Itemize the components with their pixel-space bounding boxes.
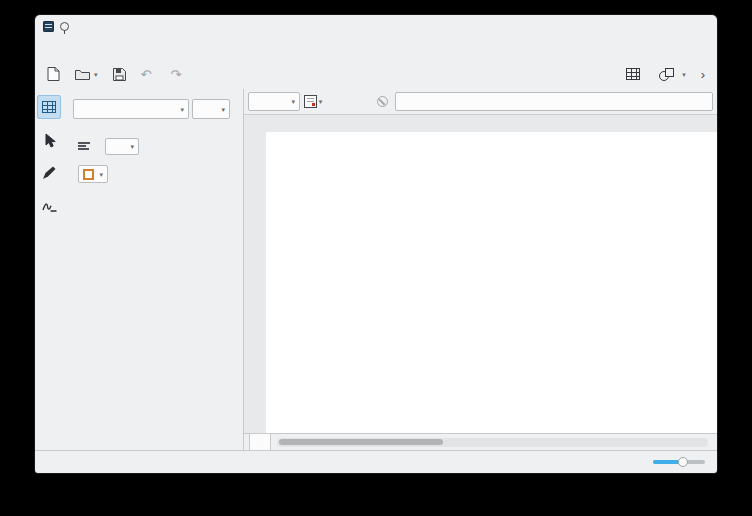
zoom-slider[interactable] — [653, 460, 705, 464]
apply-button[interactable] — [349, 92, 369, 111]
open-folder-icon — [75, 68, 90, 81]
zoom-slider-handle[interactable] — [678, 457, 688, 467]
sheet-tab-bar — [244, 433, 717, 450]
save-icon — [113, 68, 126, 81]
border-color-button[interactable]: ▾ — [78, 165, 108, 183]
chevron-down-icon: ▾ — [319, 98, 323, 105]
redo-button[interactable]: ↷ — [164, 63, 191, 85]
titlebar-icons — [43, 21, 69, 32]
toolbar-overflow-button[interactable]: › — [695, 63, 711, 85]
grid-wrap — [244, 132, 717, 433]
undo-icon: ↶ — [141, 68, 152, 81]
chevron-right-icon: › — [701, 68, 705, 81]
freehand-tool-button[interactable] — [37, 194, 61, 218]
insert-function-button[interactable] — [326, 92, 346, 111]
borders-row: ▾ — [73, 165, 233, 183]
open-document-button[interactable]: ▾ — [69, 63, 104, 85]
cancel-button[interactable] — [372, 92, 392, 111]
chevron-down-icon: ▾ — [99, 171, 103, 178]
cell-tool-button[interactable] — [37, 95, 61, 119]
font-family-select[interactable]: ▾ — [73, 99, 189, 119]
add-shape-button[interactable]: ▾ — [653, 63, 692, 85]
grid[interactable] — [266, 132, 717, 433]
font-row: ▾ ▾ — [73, 99, 233, 119]
undo-button[interactable]: ↶ — [135, 63, 162, 85]
angle-spinbox[interactable]: ▾ — [105, 138, 139, 155]
title-bar[interactable] — [35, 15, 717, 37]
app-window: ▾ ↶ ↷ ▾ › — [35, 15, 717, 473]
status-bar — [35, 450, 717, 473]
app-icon — [43, 21, 54, 32]
formula-bar: ▾ ▾ — [244, 89, 717, 115]
selection-tool-button[interactable] — [37, 128, 61, 152]
wrap-text-button[interactable] — [73, 136, 95, 156]
border-color-swatch — [83, 169, 94, 180]
spreadsheet-grid-icon — [42, 101, 56, 113]
row-headers — [244, 132, 266, 433]
cell-formatting-panel: ▾ ▾ ▾ — [63, 89, 243, 450]
chevron-down-icon: ▾ — [221, 106, 225, 113]
cell-reference-box[interactable]: ▾ — [248, 92, 300, 111]
main-toolbar: ▾ ↶ ↷ ▾ › — [35, 59, 717, 89]
pen-icon — [42, 166, 56, 180]
formula-input[interactable] — [395, 92, 713, 111]
save-button[interactable] — [107, 63, 132, 85]
font-size-select[interactable]: ▾ — [192, 99, 230, 119]
stamp-icon — [304, 95, 317, 108]
column-headers — [244, 115, 717, 132]
cancel-icon — [377, 96, 388, 107]
add-shape-icon — [659, 68, 674, 80]
chevron-down-icon: ▾ — [180, 106, 184, 113]
chevron-down-icon: ▾ — [130, 143, 134, 150]
spreadsheet-area: ▾ ▾ — [243, 89, 717, 450]
format-button[interactable] — [620, 63, 650, 85]
signature-icon — [42, 200, 57, 213]
new-document-icon — [47, 67, 60, 81]
chevron-down-icon: ▾ — [682, 71, 686, 78]
tool-sidebar — [35, 89, 63, 450]
sheet-tab-sheet1[interactable] — [249, 434, 271, 450]
chevron-down-icon: ▾ — [291, 98, 295, 105]
new-document-button[interactable] — [41, 63, 66, 85]
cursor-arrow-icon — [43, 133, 56, 148]
pin-icon[interactable] — [60, 22, 69, 31]
pen-tool-button[interactable] — [37, 161, 61, 185]
wrap-text-icon — [78, 141, 90, 151]
cell-format-stamp-button[interactable]: ▾ — [303, 92, 323, 111]
scrollbar-thumb[interactable] — [279, 439, 443, 445]
menu-bar — [35, 37, 717, 59]
format-grid-icon — [626, 68, 640, 80]
horizontal-scrollbar[interactable] — [277, 438, 708, 447]
redo-icon: ↷ — [170, 68, 181, 81]
chevron-down-icon: ▾ — [94, 71, 98, 78]
angle-row: ▾ — [73, 136, 233, 156]
main-content: ▾ ▾ ▾ — [35, 89, 717, 450]
